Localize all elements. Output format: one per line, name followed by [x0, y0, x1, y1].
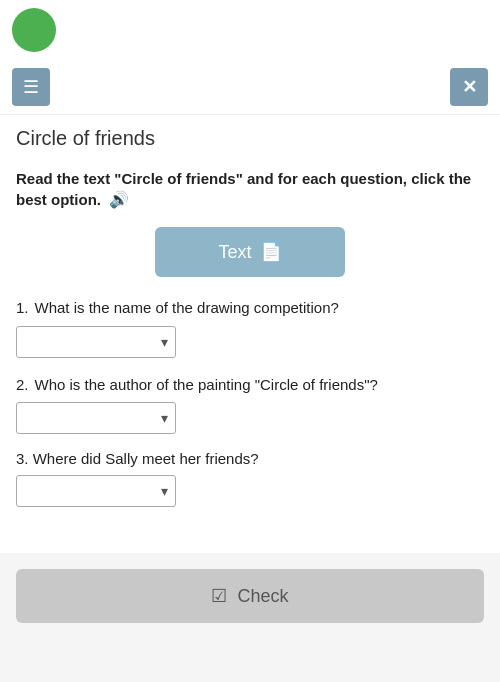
q3-dropdown-container [16, 475, 176, 507]
speaker-icon[interactable]: 🔊 [109, 189, 129, 211]
questions-section: 1. What is the name of the drawing compe… [16, 297, 484, 533]
instruction-text: Read the text "Circle of friends" and fo… [16, 170, 471, 208]
q1-row: 1. What is the name of the drawing compe… [16, 297, 484, 358]
page-title: Circle of friends [0, 115, 500, 156]
check-button-label: Check [237, 586, 288, 607]
text-button[interactable]: Text 📄 [155, 227, 345, 277]
q1-number: 1. [16, 297, 29, 320]
q1-text: What is the name of the drawing competit… [35, 297, 339, 320]
document-icon: 📄 [260, 241, 282, 263]
q2-number: 2. [16, 374, 29, 397]
q3-text: 3. Where did Sally meet her friends? [16, 450, 484, 467]
q2-dropdown[interactable] [16, 402, 176, 434]
avatar [12, 8, 56, 52]
menu-button[interactable]: ☰ [12, 68, 50, 106]
q2-row: 2. Who is the author of the painting "Ci… [16, 374, 484, 435]
q2-text: Who is the author of the painting "Circl… [35, 374, 378, 397]
top-bar [0, 0, 500, 60]
main-content: Read the text "Circle of friends" and fo… [0, 156, 500, 553]
question-2: 2. Who is the author of the painting "Ci… [16, 374, 484, 435]
check-icon: ☑ [211, 585, 227, 607]
q2-dropdown-container [16, 402, 176, 434]
q3-dropdown[interactable] [16, 475, 176, 507]
q1-dropdown[interactable] [16, 326, 176, 358]
check-button[interactable]: ☑ Check [16, 569, 484, 623]
question-1: 1. What is the name of the drawing compe… [16, 297, 484, 358]
close-button[interactable]: ✕ [450, 68, 488, 106]
text-button-label: Text [218, 242, 251, 263]
header-bar: ☰ ✕ [0, 60, 500, 115]
q1-dropdown-container [16, 326, 176, 358]
instruction: Read the text "Circle of friends" and fo… [16, 168, 484, 211]
question-3: 3. Where did Sally meet her friends? [16, 450, 484, 507]
